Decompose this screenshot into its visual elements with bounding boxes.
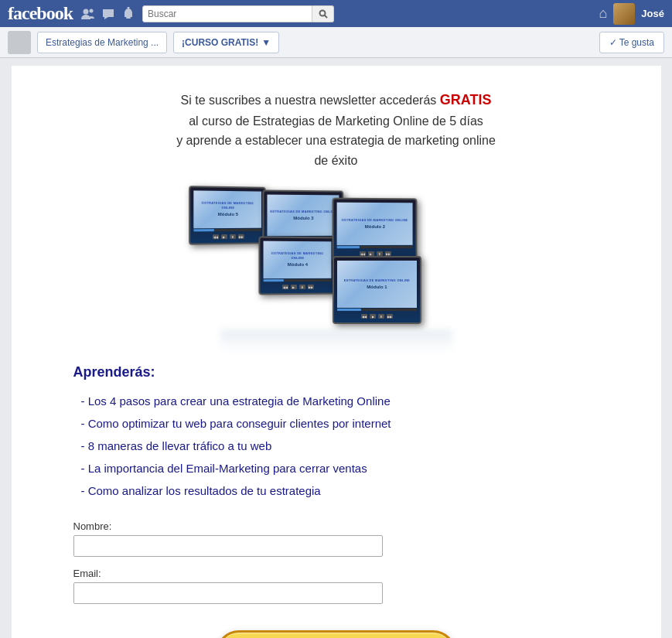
- home-icon[interactable]: ⌂: [599, 5, 607, 22]
- list-item: - Los 4 pasos para crear una estrategia …: [73, 394, 599, 408]
- module-1: ESTRATEGIAS DE MARKETING ONLINE Módulo 1…: [333, 256, 421, 324]
- curso-label: ¡CURSO GRATIS!: [182, 37, 258, 48]
- list-item: - Como analizar los resultados de tu est…: [73, 484, 599, 497]
- secondary-navigation: Estrategias de Marketing ... ¡CURSO GRAT…: [0, 27, 672, 58]
- right-nav: ⌂ José: [599, 3, 664, 25]
- email-input[interactable]: [73, 582, 383, 604]
- hero-line4: de éxito: [314, 154, 357, 167]
- hero-line2: al curso de Estrategias de Marketing Onl…: [189, 114, 483, 128]
- facebook-logo: facebook: [8, 3, 73, 24]
- avatar[interactable]: [613, 3, 635, 25]
- hero-line1: Si te suscribes a nuestra newsletter acc…: [181, 94, 437, 107]
- top-navigation: facebook: [0, 0, 672, 27]
- acceder-button[interactable]: ¡ACCEDER AHORA!: [216, 630, 455, 638]
- nombre-group: Nombre:: [73, 520, 599, 557]
- gratis-word: GRATIS: [440, 92, 492, 107]
- user-name: José: [641, 8, 664, 19]
- dropdown-icon: ▼: [261, 37, 271, 48]
- svg-point-3: [128, 7, 130, 9]
- intro-text: Si te suscribes a nuestra newsletter acc…: [176, 89, 496, 171]
- svg-point-0: [84, 9, 89, 14]
- aprenderas-section: Aprenderás: - Los 4 pasos para crear una…: [58, 364, 615, 520]
- module-4: ESTRATEGIAS DE MARKETING ONLINE Módulo 4…: [258, 236, 336, 295]
- search-input[interactable]: [142, 5, 312, 22]
- svg-line-5: [324, 15, 327, 18]
- aprenderas-title: Aprenderás:: [73, 364, 599, 380]
- svg-rect-2: [126, 17, 131, 19]
- messages-icon[interactable]: [101, 6, 116, 22]
- nombre-label: Nombre:: [73, 520, 599, 532]
- page-name-button[interactable]: Estrategias de Marketing ...: [37, 32, 167, 53]
- svg-point-4: [319, 10, 325, 15]
- email-group: Email:: [73, 568, 599, 604]
- notifications-icon[interactable]: [121, 6, 136, 22]
- reflection: [220, 329, 452, 353]
- friends-icon[interactable]: [80, 6, 96, 22]
- submit-area: ¡ACCEDER AHORA!: [58, 630, 615, 638]
- bullet-list: - Los 4 pasos para crear una estrategia …: [73, 394, 599, 497]
- list-item: - 8 maneras de llevar tráfico a tu web: [73, 439, 599, 452]
- list-item: - Como optimizar tu web para conseguir c…: [73, 417, 599, 430]
- svg-point-1: [90, 9, 94, 12]
- search-bar: [142, 5, 334, 22]
- nombre-input[interactable]: [73, 535, 383, 557]
- main-content: Si te suscribes a nuestra newsletter acc…: [12, 66, 661, 638]
- list-item: - La importancia del Email-Marketing par…: [73, 462, 599, 475]
- modules-image: ESTRATEGIAS DE MARKETING ONLINE Módulo 5…: [189, 186, 483, 341]
- module-2: ESTRATEGIAS DE MARKETING ONLINE Módulo 2…: [332, 197, 417, 261]
- nav-icons: [80, 6, 136, 22]
- hero-line3: y aprende a establecer una estrategia de…: [176, 134, 496, 147]
- search-button[interactable]: [312, 5, 334, 22]
- like-button[interactable]: ✓ Te gusta: [599, 32, 664, 53]
- page-avatar: [8, 31, 31, 54]
- email-label: Email:: [73, 568, 599, 579]
- curso-button[interactable]: ¡CURSO GRATIS! ▼: [173, 32, 279, 53]
- signup-form: Nombre: Email:: [58, 520, 615, 615]
- module-5: ESTRATEGIAS DE MARKETING ONLINE Módulo 5…: [189, 186, 266, 245]
